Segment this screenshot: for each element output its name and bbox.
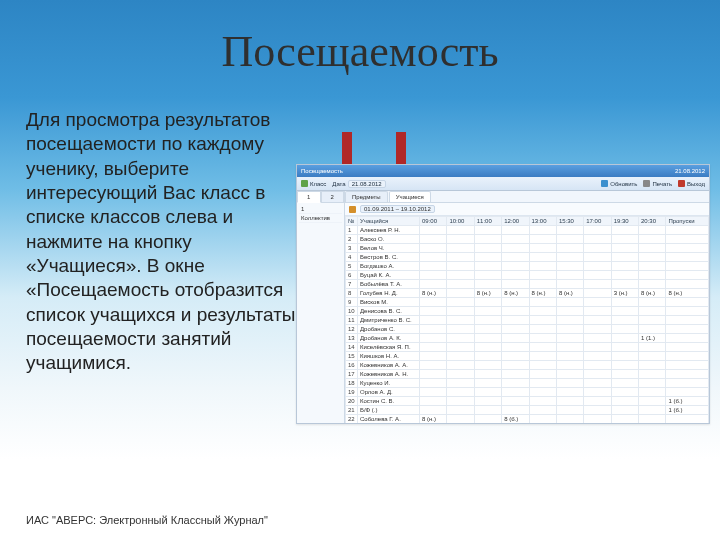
attendance-cell[interactable] [447,271,474,280]
attendance-cell[interactable] [420,307,447,316]
attendance-cell[interactable] [556,271,583,280]
attendance-cell[interactable] [666,361,709,370]
table-row[interactable]: 18Куценко И. [346,379,709,388]
attendance-cell[interactable] [584,253,611,262]
class-list-item[interactable]: 1 [299,205,342,214]
attendance-cell[interactable] [556,334,583,343]
toolbar-date[interactable]: Дата 21.08.2012 [332,180,385,188]
attendance-cell[interactable] [666,352,709,361]
attendance-cell[interactable] [447,370,474,379]
attendance-cell[interactable] [447,343,474,352]
attendance-cell[interactable] [420,316,447,325]
attendance-cell[interactable] [447,316,474,325]
attendance-cell[interactable]: 8 (н.) [420,415,447,424]
attendance-cell[interactable] [447,262,474,271]
attendance-cell[interactable] [611,334,638,343]
attendance-cell[interactable] [502,361,529,370]
attendance-cell[interactable] [556,352,583,361]
attendance-cell[interactable] [447,280,474,289]
attendance-cell[interactable] [666,244,709,253]
attendance-cell[interactable] [584,244,611,253]
attendance-cell[interactable] [611,235,638,244]
attendance-cell[interactable] [529,406,556,415]
attendance-cell[interactable] [584,334,611,343]
attendance-cell[interactable] [474,415,501,424]
attendance-cell[interactable] [447,244,474,253]
attendance-cell[interactable] [666,379,709,388]
attendance-cell[interactable] [529,379,556,388]
table-row[interactable]: 22Соболева Г. А.8 (н.)8 (б.) [346,415,709,424]
attendance-cell[interactable] [611,406,638,415]
attendance-cell[interactable] [447,379,474,388]
attendance-cell[interactable] [611,316,638,325]
attendance-cell[interactable]: 8 (н.) [556,289,583,298]
attendance-cell[interactable] [529,388,556,397]
attendance-cell[interactable]: 8 (н.) [502,289,529,298]
attendance-cell[interactable] [556,361,583,370]
attendance-cell[interactable] [556,397,583,406]
attendance-cell[interactable] [420,253,447,262]
side-tab-1[interactable]: 1 [297,191,321,203]
attendance-cell[interactable] [502,343,529,352]
grid-header[interactable]: 13:00 [529,217,556,226]
attendance-cell[interactable] [474,262,501,271]
attendance-cell[interactable] [666,253,709,262]
attendance-cell[interactable]: 1 (1.) [639,334,666,343]
attendance-cell[interactable] [447,235,474,244]
attendance-cell[interactable] [474,343,501,352]
grid-header[interactable]: 19:30 [611,217,638,226]
attendance-cell[interactable] [639,262,666,271]
attendance-cell[interactable] [529,280,556,289]
attendance-cell[interactable] [611,379,638,388]
attendance-cell[interactable] [666,298,709,307]
attendance-cell[interactable] [584,307,611,316]
attendance-cell[interactable]: 8 (н.) [474,289,501,298]
attendance-cell[interactable] [502,298,529,307]
attendance-cell[interactable] [447,253,474,262]
table-row[interactable]: 2Баско О. [346,235,709,244]
attendance-cell[interactable] [639,397,666,406]
attendance-cell[interactable] [611,280,638,289]
attendance-cell[interactable] [639,280,666,289]
attendance-cell[interactable] [556,307,583,316]
attendance-cell[interactable] [529,244,556,253]
attendance-cell[interactable] [584,343,611,352]
attendance-cell[interactable] [639,361,666,370]
table-row[interactable]: 8Голубев Н. Д.8 (н.)8 (н.)8 (н.)8 (н.)8 … [346,289,709,298]
attendance-cell[interactable] [666,415,709,424]
attendance-cell[interactable] [529,271,556,280]
attendance-cell[interactable] [611,244,638,253]
attendance-cell[interactable] [666,334,709,343]
attendance-cell[interactable] [639,316,666,325]
attendance-cell[interactable] [529,325,556,334]
attendance-cell[interactable]: 8 (н.) [529,289,556,298]
attendance-cell[interactable] [447,325,474,334]
table-row[interactable]: 21Б/Ф (.)1 (б.) [346,406,709,415]
attendance-cell[interactable] [420,334,447,343]
attendance-cell[interactable] [529,334,556,343]
attendance-cell[interactable] [529,235,556,244]
attendance-cell[interactable] [474,271,501,280]
attendance-cell[interactable] [502,325,529,334]
attendance-cell[interactable] [556,415,583,424]
attendance-cell[interactable] [502,370,529,379]
attendance-cell[interactable] [556,406,583,415]
table-row[interactable]: 7Бобылёва Т. А. [346,280,709,289]
attendance-cell[interactable] [556,370,583,379]
attendance-cell[interactable] [420,226,447,235]
attendance-cell[interactable]: 3 (н.) [611,289,638,298]
attendance-cell[interactable] [611,343,638,352]
attendance-cell[interactable] [584,388,611,397]
attendance-cell[interactable] [502,388,529,397]
attendance-cell[interactable] [420,379,447,388]
attendance-cell[interactable] [447,361,474,370]
table-row[interactable]: 20Костин С. В.1 (б.) [346,397,709,406]
attendance-cell[interactable] [474,388,501,397]
attendance-cell[interactable] [502,307,529,316]
attendance-cell[interactable] [420,370,447,379]
attendance-cell[interactable] [474,253,501,262]
attendance-cell[interactable] [474,334,501,343]
attendance-cell[interactable] [474,244,501,253]
tab-uchashchiesya[interactable]: Учащиеся [389,191,431,202]
attendance-cell[interactable] [584,379,611,388]
